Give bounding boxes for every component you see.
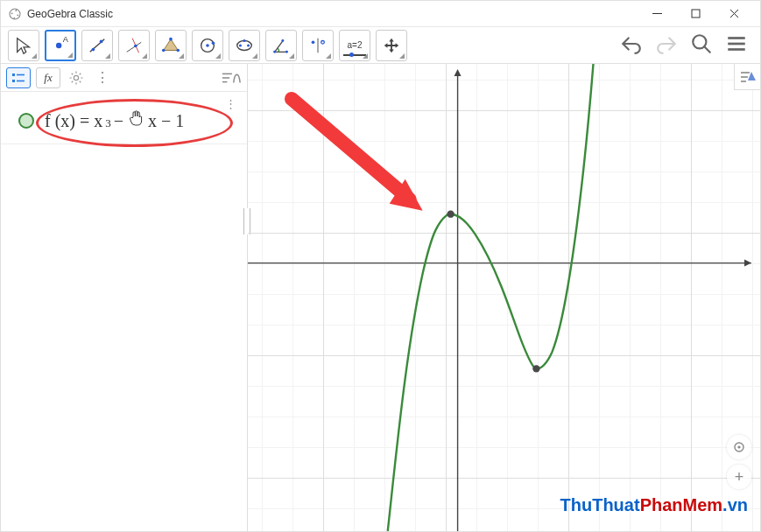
reflection-tool[interactable] — [302, 30, 334, 61]
svg-point-20 — [212, 41, 215, 45]
window-title: GeoGebra Classic — [27, 8, 638, 20]
row-kebab-icon[interactable]: ⋮ — [225, 97, 236, 110]
svg-line-11 — [127, 42, 142, 52]
svg-point-17 — [162, 48, 166, 52]
algebra-list-toggle[interactable] — [6, 67, 31, 88]
polygon-tool[interactable] — [155, 30, 187, 61]
fx-button[interactable]: fx — [36, 67, 60, 88]
plotted-function[interactable] — [388, 64, 597, 531]
svg-point-16 — [176, 48, 180, 52]
svg-rect-37 — [12, 80, 15, 82]
angle-tool[interactable] — [265, 30, 297, 61]
svg-rect-5 — [692, 10, 700, 18]
svg-point-4 — [13, 17, 15, 18]
object-visibility-dot[interactable] — [18, 113, 34, 129]
workspace: fx ⋮ f (x) = x3 − x − 1 ⋮ — [1, 64, 760, 531]
app-icon — [8, 7, 22, 21]
svg-line-32 — [704, 46, 710, 52]
algebra-view: fx ⋮ f (x) = x3 − x − 1 ⋮ — [1, 64, 248, 531]
local-min-point[interactable] — [532, 365, 539, 372]
main-toolbar: A a=2 — [1, 27, 760, 64]
kebab-menu-icon[interactable]: ⋮ — [92, 67, 113, 88]
function-formula[interactable]: f (x) = x3 − x − 1 — [45, 109, 184, 131]
perpendicular-tool[interactable] — [118, 30, 150, 61]
recenter-button[interactable] — [727, 435, 751, 459]
svg-line-44 — [292, 99, 410, 200]
hand-cursor-icon — [128, 109, 144, 131]
svg-point-9 — [92, 47, 95, 51]
slider-tool-label: a=2 — [348, 40, 363, 50]
annotation-arrow — [292, 99, 423, 211]
maximize-button[interactable] — [676, 2, 715, 26]
circle-center-tool[interactable] — [192, 30, 223, 61]
search-button[interactable] — [690, 32, 713, 58]
redo-button[interactable] — [655, 32, 678, 58]
svg-point-40 — [74, 75, 78, 80]
svg-point-27 — [281, 39, 284, 42]
svg-point-6 — [56, 42, 61, 47]
graph-canvas[interactable] — [248, 64, 760, 531]
line-tool[interactable] — [81, 30, 113, 61]
x-axis-arrow — [744, 260, 751, 267]
ellipse-tool[interactable] — [229, 30, 260, 61]
svg-point-51 — [737, 445, 740, 448]
svg-point-3 — [17, 14, 18, 16]
slider-tool[interactable]: a=2 — [339, 30, 370, 61]
svg-point-25 — [273, 50, 276, 52]
svg-point-10 — [100, 39, 103, 43]
point-tool[interactable]: A — [45, 30, 76, 61]
svg-point-13 — [134, 44, 137, 47]
zoom-in-button[interactable]: + — [727, 465, 751, 489]
svg-point-24 — [243, 38, 245, 41]
undo-button[interactable] — [620, 32, 643, 58]
graphics-view[interactable]: + ThuThuatPhanMem.vn — [248, 64, 760, 531]
svg-point-19 — [206, 44, 209, 47]
svg-text:A: A — [63, 36, 69, 44]
svg-point-29 — [312, 40, 315, 44]
minimize-button[interactable] — [638, 2, 676, 26]
svg-point-1 — [11, 12, 13, 14]
svg-point-22 — [239, 44, 242, 46]
svg-point-23 — [247, 44, 250, 46]
menu-button[interactable] — [725, 32, 748, 58]
close-button[interactable] — [715, 2, 753, 26]
move-view-tool[interactable] — [376, 30, 407, 61]
local-max-point[interactable] — [447, 210, 454, 217]
settings-gear-icon[interactable] — [66, 67, 87, 88]
svg-point-15 — [169, 37, 173, 40]
watermark: ThuThuatPhanMem.vn — [560, 495, 748, 515]
algebra-input-row[interactable]: f (x) = x3 − x − 1 ⋮ — [1, 92, 247, 144]
titlebar: GeoGebra Classic — [1, 1, 760, 27]
svg-point-26 — [285, 50, 288, 52]
svg-point-30 — [321, 40, 325, 44]
y-axis-arrow — [454, 69, 462, 76]
sort-icon[interactable] — [221, 67, 242, 88]
svg-point-2 — [15, 10, 17, 11]
svg-rect-36 — [12, 74, 15, 76]
algebra-header: fx ⋮ — [1, 64, 247, 92]
svg-marker-14 — [164, 38, 179, 50]
graphics-style-toggle[interactable] — [734, 64, 760, 90]
move-tool[interactable] — [8, 30, 39, 61]
